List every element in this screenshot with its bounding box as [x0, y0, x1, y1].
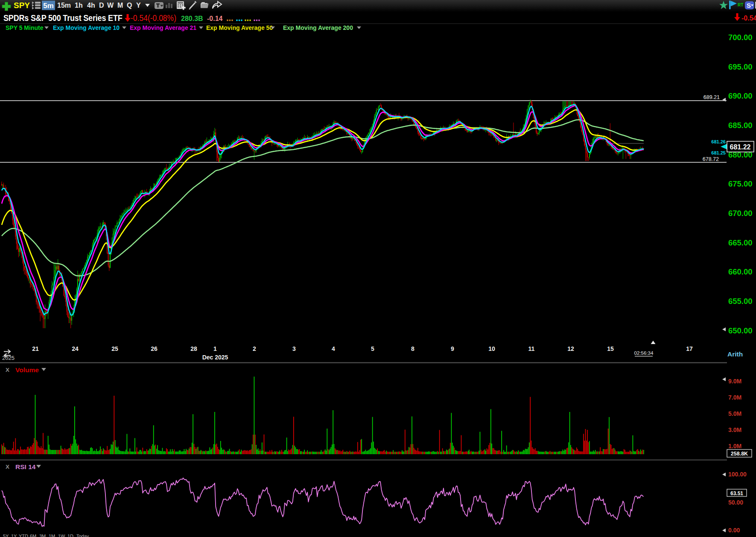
- svg-text:11: 11: [528, 345, 535, 352]
- svg-text:5.0M: 5.0M: [728, 410, 741, 417]
- svg-text:5m: 5m: [43, 2, 54, 10]
- svg-text:9.0M: 9.0M: [728, 378, 741, 385]
- svg-text:Arith: Arith: [727, 350, 743, 358]
- svg-text:3M: 3M: [39, 534, 46, 537]
- svg-text:21: 21: [32, 345, 39, 352]
- svg-text:RSI 14: RSI 14: [15, 463, 36, 470]
- svg-text:Dec 2025: Dec 2025: [202, 354, 228, 361]
- svg-text:6M: 6M: [30, 534, 36, 537]
- svg-text:689.21: 689.21: [703, 94, 720, 100]
- svg-text:3: 3: [292, 345, 296, 352]
- svg-text:1W: 1W: [58, 534, 65, 537]
- svg-text:1M: 1M: [49, 534, 55, 537]
- svg-text:12: 12: [567, 345, 574, 352]
- svg-text:700.00: 700.00: [728, 33, 753, 42]
- svg-text:S: S: [747, 2, 751, 9]
- svg-text:1Y: 1Y: [11, 534, 17, 537]
- svg-text:5: 5: [371, 345, 374, 352]
- svg-text:670.00: 670.00: [728, 209, 753, 218]
- svg-text:258.8K: 258.8K: [731, 451, 748, 457]
- svg-text:Volume: Volume: [15, 366, 39, 374]
- svg-text:YTD: YTD: [19, 534, 28, 537]
- svg-text:100.00: 100.00: [728, 471, 747, 478]
- svg-text:63.51: 63.51: [730, 490, 743, 496]
- svg-text:15: 15: [607, 345, 614, 352]
- svg-text:5Y: 5Y: [3, 534, 9, 537]
- svg-text:685.00: 685.00: [728, 121, 753, 130]
- svg-text:X: X: [6, 367, 9, 373]
- svg-text:681.22: 681.22: [730, 143, 751, 151]
- svg-text:2: 2: [253, 345, 256, 352]
- svg-text:681.25: 681.25: [711, 150, 726, 155]
- svg-text:X: X: [6, 464, 9, 470]
- svg-text:655.00: 655.00: [728, 297, 753, 306]
- svg-text:Today: Today: [76, 534, 89, 537]
- svg-text:665.00: 665.00: [728, 238, 753, 247]
- svg-text:1.0M: 1.0M: [728, 443, 741, 449]
- svg-text:25: 25: [111, 345, 118, 352]
- svg-text:02:56:34: 02:56:34: [634, 350, 654, 356]
- svg-text:7.0M: 7.0M: [728, 394, 741, 401]
- svg-text:690.00: 690.00: [728, 91, 753, 100]
- svg-text:26: 26: [151, 345, 158, 352]
- svg-text:RT: RT: [738, 3, 743, 7]
- svg-text:28: 28: [190, 345, 197, 352]
- svg-text:660.00: 660.00: [728, 267, 753, 276]
- svg-text:4: 4: [332, 345, 335, 352]
- svg-text:650.00: 650.00: [728, 326, 753, 335]
- svg-text:681.26: 681.26: [711, 139, 726, 144]
- svg-text:50.00: 50.00: [728, 499, 743, 506]
- svg-text:675.00: 675.00: [728, 179, 753, 188]
- svg-text:678.72: 678.72: [703, 156, 719, 162]
- svg-text:9: 9: [451, 345, 454, 352]
- svg-text:3.0M: 3.0M: [728, 426, 741, 433]
- svg-text:1: 1: [213, 345, 217, 352]
- svg-text:24: 24: [72, 345, 79, 352]
- svg-text:0.00: 0.00: [728, 527, 740, 534]
- svg-text:8: 8: [411, 345, 414, 352]
- svg-text:695.00: 695.00: [728, 62, 753, 71]
- svg-text:1D: 1D: [67, 534, 73, 537]
- svg-text:17: 17: [686, 345, 693, 352]
- svg-text:10: 10: [488, 345, 495, 352]
